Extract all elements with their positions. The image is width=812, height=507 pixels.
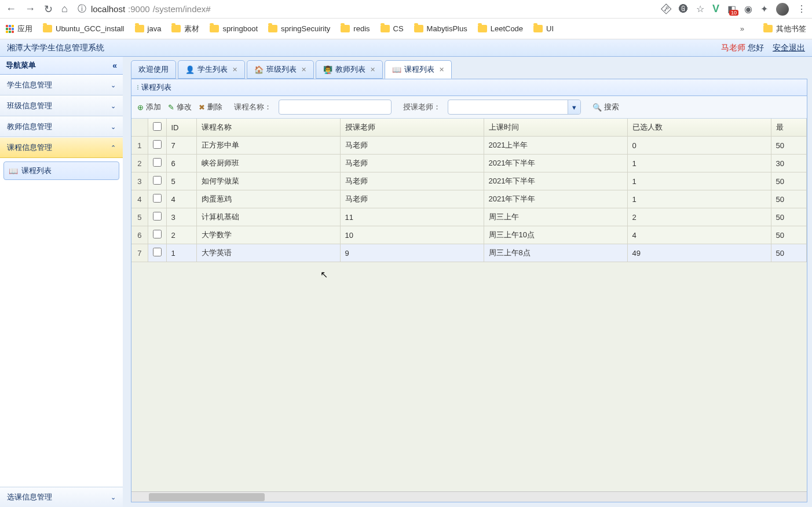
extension-icon[interactable]: ◧10 (727, 3, 736, 14)
close-icon[interactable]: ✕ (301, 66, 306, 74)
bookmark-java[interactable]: java (135, 24, 162, 33)
panel-title: 课程列表 (131, 79, 807, 96)
header-name[interactable]: 课程名称 (196, 119, 340, 137)
row-checkbox[interactable] (153, 158, 162, 167)
student-icon: 👤 (185, 65, 195, 74)
tab-welcome[interactable]: 欢迎使用 (131, 60, 176, 79)
drag-icon (137, 85, 138, 90)
folder-icon (414, 25, 423, 32)
bookmark-other[interactable]: 其他书签 (763, 24, 806, 34)
vue-icon[interactable]: V (712, 3, 719, 15)
url-bar[interactable]: ⓘ localhost:9000/system/index# (76, 3, 653, 15)
avatar-icon[interactable] (776, 3, 789, 16)
bookmark-redis[interactable]: redis (341, 24, 370, 33)
close-icon[interactable]: ✕ (370, 66, 375, 74)
cell-name: 正方形中单 (196, 137, 340, 155)
bookmark-ui[interactable]: UI (533, 24, 554, 33)
menu-icon[interactable]: ⋮ (797, 3, 806, 14)
row-checkbox[interactable] (153, 194, 162, 203)
cell-id: 2 (166, 226, 196, 244)
bookmarks-more[interactable]: » (740, 24, 744, 33)
sidebar-item-student[interactable]: 学生信息管理⌄ (0, 75, 123, 95)
folder-icon (763, 25, 773, 32)
table-row[interactable]: 62大学数学10周三上午10点450 (131, 226, 807, 244)
info-icon[interactable]: ⓘ (76, 3, 88, 15)
header-max[interactable]: 最 (771, 119, 807, 137)
horizontal-scrollbar[interactable] (131, 491, 807, 502)
close-icon[interactable]: ✕ (232, 66, 237, 74)
select-all-checkbox[interactable] (153, 122, 162, 131)
toolbar: ⊕添加 ✎修改 ✖删除 课程名称： 授课老师： ▾ 🔍搜索 (131, 96, 807, 119)
chevron-down-icon: ⌄ (111, 82, 116, 89)
table-row[interactable]: 53计算机基础11周三上午250 (131, 208, 807, 226)
row-checkbox[interactable] (153, 248, 162, 256)
key-icon[interactable]: ⚿ (659, 2, 673, 16)
course-name-input[interactable] (279, 100, 392, 115)
translate-icon[interactable]: 🅖 (679, 4, 688, 14)
row-checkbox[interactable] (153, 176, 162, 185)
chevron-down-icon: ⌄ (111, 123, 116, 131)
row-checkbox[interactable] (153, 212, 162, 221)
folder-icon (171, 25, 181, 32)
delete-button[interactable]: ✖删除 (199, 102, 222, 112)
header-id[interactable]: ID (166, 119, 196, 137)
header-selected[interactable]: 已选人数 (627, 119, 771, 137)
teacher-combo[interactable]: ▾ (448, 100, 581, 115)
record-icon[interactable]: ◉ (744, 3, 752, 14)
tab-teachers[interactable]: 👨‍🏫教师列表✕ (316, 60, 383, 79)
sidebar-item-class[interactable]: 班级信息管理⌄ (0, 95, 123, 116)
add-button[interactable]: ⊕添加 (137, 102, 161, 112)
cell-selected: 49 (627, 244, 771, 262)
bookmark-leetcode[interactable]: LeetCode (478, 24, 523, 33)
bookmark-sucai[interactable]: 素材 (171, 24, 199, 34)
cell-checkbox (148, 244, 166, 262)
tab-courses[interactable]: 📖课程列表✕ (385, 60, 452, 79)
folder-icon (210, 25, 219, 32)
user-name: 马老师 (721, 43, 745, 52)
sidebar-subitem-course-list[interactable]: 📖 课程列表 (3, 161, 119, 180)
edit-button[interactable]: ✎修改 (168, 102, 192, 112)
chevron-down-icon[interactable]: ▾ (568, 100, 580, 114)
table-row[interactable]: 44肉蛋葱鸡马老师2021年下半年150 (131, 190, 807, 208)
close-icon[interactable]: ✕ (439, 66, 444, 74)
logout-link[interactable]: 安全退出 (773, 43, 805, 53)
sidebar-item-teacher[interactable]: 教师信息管理⌄ (0, 116, 123, 137)
home-button[interactable]: ⌂ (61, 3, 68, 15)
row-checkbox[interactable] (153, 140, 162, 149)
table-row[interactable]: 26峡谷厨师班马老师2021年下半年130 (131, 155, 807, 172)
app-header: 湘潭大学学生信息管理系统 马老师 您好 安全退出 (0, 39, 812, 57)
sidebar-item-selection[interactable]: 选课信息管理⌄ (0, 487, 123, 507)
cell-id: 5 (166, 172, 196, 190)
cell-selected: 1 (627, 172, 771, 190)
star-icon[interactable]: ☆ (696, 3, 704, 14)
bookmark-cs[interactable]: CS (381, 24, 404, 33)
table-row[interactable]: 35如何学做菜马老师2021年下半年150 (131, 172, 807, 190)
sidebar-item-course[interactable]: 课程信息管理⌃ (0, 137, 123, 158)
collapse-icon[interactable]: « (112, 61, 117, 70)
cell-teacher: 11 (340, 208, 484, 226)
scrollbar-thumb[interactable] (149, 493, 265, 501)
table-row[interactable]: 71大学英语9周三上午8点4950 (131, 244, 807, 262)
forward-button[interactable]: → (25, 3, 35, 15)
cell-max: 50 (771, 208, 807, 226)
header-time[interactable]: 上课时间 (484, 119, 627, 137)
back-button[interactable]: ← (6, 3, 16, 15)
header-teacher[interactable]: 授课老师 (340, 119, 484, 137)
bookmark-springboot[interactable]: springboot (210, 24, 258, 33)
row-checkbox[interactable] (153, 230, 162, 238)
cell-selected: 1 (627, 155, 771, 172)
cell-time: 周三上午8点 (484, 244, 627, 262)
tab-classes[interactable]: 🏠班级列表✕ (247, 60, 314, 79)
search-button[interactable]: 🔍搜索 (592, 102, 619, 112)
cell-selected: 1 (627, 190, 771, 208)
table-row[interactable]: 17正方形中单马老师2021上半年050 (131, 137, 807, 155)
tab-students[interactable]: 👤学生列表✕ (178, 60, 245, 79)
bookmark-mybatisplus[interactable]: MabytisPlus (414, 24, 467, 33)
apps-button[interactable]: 应用 (6, 24, 32, 34)
cell-teacher: 马老师 (340, 172, 484, 190)
bookmark-springsecurity[interactable]: springSecuirity (268, 24, 330, 33)
bookmark-ubuntu[interactable]: Ubuntu_GCC_install (43, 24, 125, 33)
extensions-icon[interactable]: ✦ (760, 3, 768, 14)
cell-teacher: 马老师 (340, 155, 484, 172)
reload-button[interactable]: ↻ (44, 3, 53, 16)
